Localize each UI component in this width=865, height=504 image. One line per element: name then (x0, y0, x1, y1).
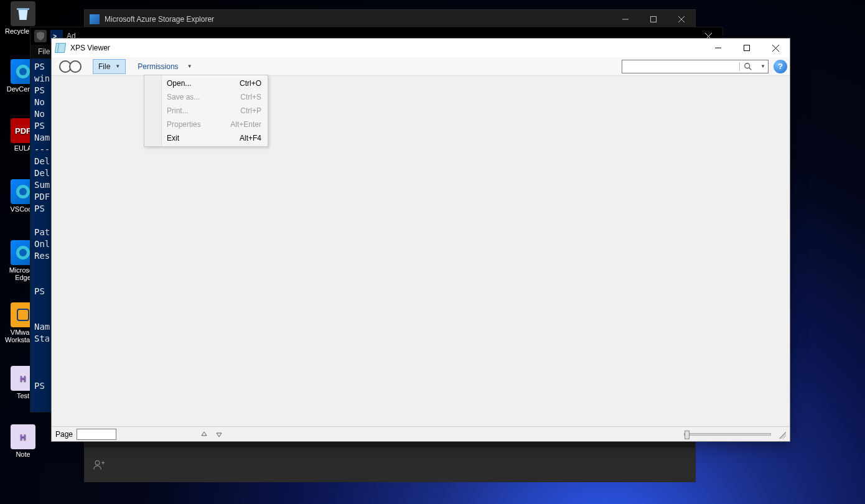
menu-item-label: Exit (167, 134, 179, 142)
xps-toolbar: File ▼ Permissions ▼ ▼ ? (52, 57, 790, 76)
permissions-menu-button[interactable]: Permissions ▼ (132, 59, 197, 74)
binoculars-icon[interactable] (54, 59, 86, 74)
file-menu-item-exit[interactable]: ExitAlt+F4 (146, 131, 266, 145)
search-icon[interactable] (739, 62, 755, 71)
chevron-down-icon[interactable]: ▼ (758, 63, 768, 69)
permissions-menu-label: Permissions (138, 62, 178, 71)
menu-item-shortcut: Alt+F4 (240, 134, 261, 142)
svg-rect-8 (650, 17, 656, 22)
xps-app-icon (55, 42, 67, 54)
menu-item-shortcut: Ctrl+O (240, 79, 261, 88)
desktop-icon-note[interactable]: H Note (1, 424, 45, 458)
xps-title: XPS Viewer (70, 44, 110, 52)
account-icon[interactable] (85, 447, 113, 482)
zoom-slider[interactable] (684, 433, 771, 436)
menu-item-label: Open... (167, 79, 191, 88)
file-menu-item-print: Print...Ctrl+P (146, 104, 266, 118)
azure-bottom-bar (85, 447, 695, 482)
menu-item-label: Properties (167, 120, 201, 129)
svg-point-1 (19, 68, 27, 75)
page-down-button[interactable] (213, 429, 225, 440)
xps-viewer-window[interactable]: XPS Viewer File ▼ Permissions ▼ ▼ ? (51, 38, 790, 442)
minimize-button[interactable] (611, 10, 639, 29)
menu-item-label: Print... (167, 106, 189, 115)
minimize-button[interactable] (704, 39, 732, 57)
file-menu-label: File (98, 62, 110, 71)
close-button[interactable] (761, 39, 790, 57)
search-box[interactable]: ▼ (622, 60, 769, 73)
page-label: Page (55, 430, 73, 439)
file-menu-button[interactable]: File ▼ (93, 59, 126, 74)
menu-item-shortcut: Alt+Enter (230, 120, 261, 129)
file-menu-item-save-as: Save as...Ctrl+S (146, 90, 266, 104)
azure-titlebar[interactable]: Microsoft Azure Storage Explorer (85, 10, 695, 29)
search-input[interactable] (622, 62, 739, 71)
svg-line-21 (749, 67, 751, 70)
chevron-down-icon: ▼ (115, 63, 120, 69)
svg-point-5 (19, 249, 27, 256)
recycle-bin-icon (11, 1, 35, 26)
maximize-button[interactable] (732, 39, 761, 57)
help-icon[interactable]: ? (774, 60, 787, 73)
xps-status-bar: Page (52, 426, 790, 441)
resize-grip[interactable] (777, 430, 786, 439)
page-input[interactable] (77, 429, 116, 440)
file-menu-dropdown: Open...Ctrl+OSave as...Ctrl+SPrint...Ctr… (144, 75, 268, 147)
xps-titlebar[interactable]: XPS Viewer (52, 39, 790, 57)
file-menu-item-open[interactable]: Open...Ctrl+O (146, 77, 266, 90)
page-up-button[interactable] (199, 429, 210, 440)
svg-point-11 (95, 460, 100, 465)
menu-item-label: Save as... (167, 93, 200, 101)
close-button[interactable] (667, 10, 695, 29)
svg-point-3 (19, 188, 27, 195)
h-file-icon: H (11, 424, 35, 449)
desktop-icon-label: Note (16, 450, 30, 458)
azure-app-icon (90, 14, 100, 24)
azure-title: Microsoft Azure Storage Explorer (105, 15, 214, 24)
svg-rect-6 (17, 309, 29, 320)
svg-rect-17 (744, 45, 750, 51)
menu-item-shortcut: Ctrl+P (240, 106, 261, 115)
zoom-slider-thumb[interactable] (685, 431, 690, 439)
chevron-down-icon: ▼ (187, 63, 192, 69)
maximize-button[interactable] (639, 10, 667, 29)
file-menu-item-properties: PropertiesAlt+Enter (146, 118, 266, 131)
menu-item-shortcut: Ctrl+S (240, 93, 261, 101)
shield-icon (34, 30, 47, 42)
desktop-icon-label: Test (17, 392, 29, 399)
svg-point-20 (744, 63, 749, 68)
